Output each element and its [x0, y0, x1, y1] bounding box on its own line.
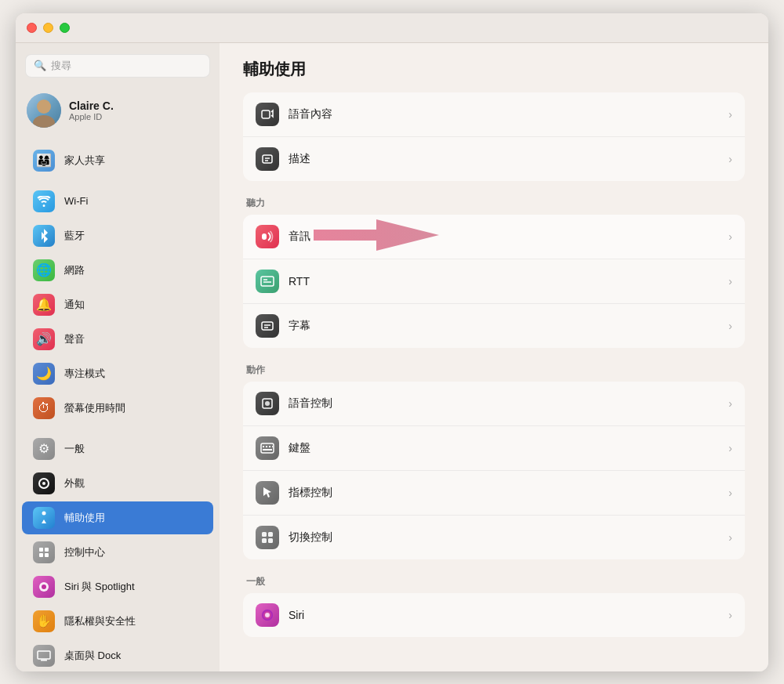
describe-label: 描述 [289, 152, 719, 166]
focus-label: 專注模式 [64, 367, 105, 381]
notify-label: 通知 [64, 298, 85, 312]
sidebar-item-family[interactable]: 👨‍👩‍👧 家人共享 [22, 144, 213, 177]
settings-row-switch[interactable]: 切換控制 › [243, 516, 745, 559]
svg-point-10 [42, 584, 46, 589]
svg-rect-38 [268, 538, 273, 543]
svg-rect-29 [261, 443, 274, 453]
main-content: 輔助使用 語音內容 › [220, 43, 768, 671]
svg-point-1 [33, 115, 55, 128]
general-section-title: 一般 [246, 575, 745, 588]
family-icon: 👨‍👩‍👧 [33, 150, 55, 172]
sidebar-item-wifi[interactable]: Wi-Fi [22, 185, 213, 218]
minimize-button[interactable] [43, 23, 53, 33]
appearance-icon [33, 472, 55, 494]
sidebar-item-screentime[interactable]: ⏱ 螢幕使用時間 [22, 392, 213, 425]
network-icon: 🌐 [33, 259, 55, 281]
svg-rect-24 [262, 322, 273, 330]
search-placeholder: 搜尋 [51, 59, 71, 73]
voice-content-icon [256, 103, 279, 126]
svg-rect-8 [45, 553, 49, 557]
svg-rect-7 [39, 553, 43, 557]
settings-group-top: 語音內容 › 描述 › [243, 92, 745, 181]
privacy-icon: ✋ [33, 610, 55, 632]
audio-chevron: › [728, 230, 732, 243]
keyboard-chevron: › [728, 442, 732, 454]
siri-row-icon [256, 603, 279, 627]
sidebar-item-desktop[interactable]: 桌面與 Dock [22, 639, 213, 671]
settings-row-rtt[interactable]: RTT › [243, 259, 745, 304]
sidebar-item-control[interactable]: 控制中心 [22, 536, 213, 569]
close-button[interactable] [27, 23, 37, 33]
bluetooth-icon [33, 225, 55, 247]
settings-group-hearing: 音訊 [243, 215, 745, 348]
notify-icon: 🔔 [33, 294, 55, 316]
sidebar-item-privacy[interactable]: ✋ 隱私權與安全性 [22, 605, 213, 638]
svg-rect-31 [266, 446, 267, 447]
siri-row-chevron: › [728, 609, 732, 621]
settings-row-keyboard[interactable]: 鍵盤 › [243, 426, 745, 471]
settings-row-siri[interactable]: Siri › [243, 593, 745, 637]
keyboard-icon [256, 436, 279, 460]
desktop-label: 桌面與 Dock [64, 649, 121, 663]
voice-control-icon [256, 392, 279, 415]
settings-row-describe[interactable]: 描述 › [243, 137, 745, 181]
control-label: 控制中心 [64, 545, 105, 559]
maximize-button[interactable] [60, 23, 70, 33]
voice-content-label: 語音內容 [289, 107, 719, 121]
search-bar[interactable]: 🔍 搜尋 [25, 54, 210, 78]
rtt-label: RTT [289, 275, 719, 288]
svg-point-4 [42, 511, 46, 515]
sidebar-item-notify[interactable]: 🔔 通知 [22, 288, 213, 321]
appearance-label: 外觀 [64, 476, 85, 490]
control-icon [33, 541, 55, 563]
svg-rect-37 [262, 538, 267, 543]
action-section-title: 動作 [246, 364, 745, 377]
content-area: 🔍 搜尋 Claire C. Apple ID [16, 43, 768, 671]
settings-row-caption[interactable]: 字幕 › [243, 304, 745, 348]
sidebar-item-sound[interactable]: 🔊 聲音 [22, 323, 213, 356]
search-icon: 🔍 [34, 60, 46, 71]
svg-rect-36 [268, 532, 273, 537]
settings-row-audio[interactable]: 音訊 [243, 215, 745, 259]
settings-row-voice-content[interactable]: 語音內容 › [243, 92, 745, 137]
pointer-icon [256, 481, 279, 505]
privacy-label: 隱私權與安全性 [64, 614, 136, 628]
svg-rect-11 [38, 651, 50, 659]
accessibility-icon [33, 507, 55, 529]
titlebar [16, 13, 768, 43]
screentime-label: 螢幕使用時間 [64, 401, 125, 415]
accessibility-label: 輔助使用 [64, 511, 105, 525]
settings-group-action: 語音控制 › 鍵盤 › [243, 382, 745, 559]
user-subtitle: Apple ID [69, 112, 114, 121]
settings-row-pointer[interactable]: 指標控制 › [243, 471, 745, 516]
caption-label: 字幕 [289, 319, 719, 333]
svg-rect-16 [263, 155, 272, 163]
sidebar-item-general[interactable]: ⚙ 一般 [22, 432, 213, 465]
sidebar-item-accessibility[interactable]: 輔助使用 [22, 501, 213, 534]
sidebar-item-bluetooth[interactable]: 藍牙 [22, 219, 213, 252]
settings-row-voice-control[interactable]: 語音控制 › [243, 382, 745, 426]
sidebar-item-appearance[interactable]: 外觀 [22, 467, 213, 500]
caption-chevron: › [728, 320, 732, 332]
siri-label: Siri 與 Spotlight [64, 580, 135, 594]
focus-icon: 🌙 [33, 363, 55, 385]
svg-point-28 [265, 401, 270, 406]
sidebar-item-siri[interactable]: Siri 與 Spotlight [22, 570, 213, 603]
audio-label: 音訊 [289, 230, 719, 244]
sidebar-item-focus[interactable]: 🌙 專注模式 [22, 357, 213, 390]
svg-rect-30 [263, 446, 264, 447]
describe-chevron: › [728, 153, 732, 165]
svg-rect-33 [272, 446, 273, 447]
bluetooth-label: 藍牙 [64, 229, 85, 243]
settings-group-general: Siri › [243, 593, 745, 637]
main-window: 🔍 搜尋 Claire C. Apple ID [16, 13, 768, 671]
sound-icon: 🔊 [33, 328, 55, 350]
user-section[interactable]: Claire C. Apple ID [16, 87, 220, 134]
audio-icon [256, 225, 279, 248]
svg-point-3 [42, 482, 45, 485]
network-label: 網路 [64, 263, 85, 277]
sidebar-item-network[interactable]: 🌐 網路 [22, 254, 213, 287]
svg-point-40 [265, 613, 270, 617]
describe-icon [256, 147, 279, 171]
hearing-section-title: 聽力 [246, 197, 745, 210]
